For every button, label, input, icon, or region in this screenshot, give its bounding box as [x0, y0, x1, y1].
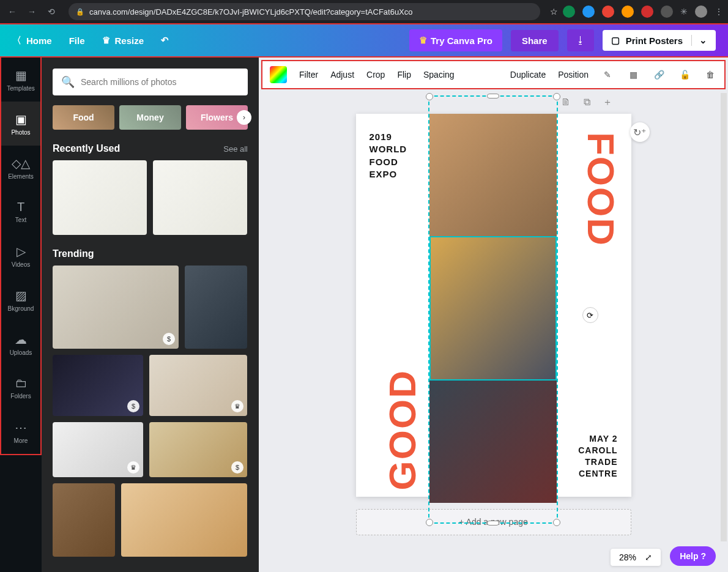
- ext-icon[interactable]: [661, 6, 673, 18]
- copy-style-icon[interactable]: ✎: [601, 68, 614, 81]
- selection-inner[interactable]: [429, 236, 557, 381]
- zoom-control[interactable]: 28% ⤢: [611, 549, 661, 566]
- rail-label: More: [14, 437, 28, 444]
- adjust-button[interactable]: Adjust: [330, 70, 354, 80]
- recent-thumb[interactable]: [53, 160, 147, 235]
- lock-icon[interactable]: 🔓: [678, 68, 691, 81]
- canvas-area: Filter Adjust Crop Flip Spacing Duplicat…: [259, 58, 728, 572]
- spacing-button[interactable]: Spacing: [423, 70, 455, 80]
- try-pro-button[interactable]: ♛ Try Canva Pro: [409, 29, 502, 51]
- star-icon[interactable]: ☆: [550, 7, 558, 17]
- url-bar[interactable]: 🔒 canva.com/design/DADxE4ZGC8E/k7OJvI-jB…: [69, 3, 540, 20]
- ext-icon[interactable]: [582, 6, 595, 18]
- trending-thumb[interactable]: [121, 483, 247, 557]
- trending-title: Trending: [53, 248, 94, 259]
- trending-thumb[interactable]: [185, 266, 247, 349]
- duplicate-button[interactable]: Duplicate: [510, 70, 546, 80]
- category-money[interactable]: Money: [119, 105, 181, 130]
- delete-icon[interactable]: 🗑: [704, 68, 717, 81]
- undo-button[interactable]: ↶: [161, 35, 169, 46]
- link-icon[interactable]: 🔗: [652, 68, 666, 81]
- resize-handle[interactable]: [553, 93, 560, 100]
- crown-icon: ♛: [419, 35, 427, 46]
- poster-icon: ▢: [611, 35, 620, 46]
- recent-thumb[interactable]: [153, 160, 247, 235]
- trending-thumb[interactable]: ♛: [149, 355, 247, 416]
- poster-text-good[interactable]: GOOD: [381, 370, 424, 490]
- reload-icon[interactable]: ⟲: [44, 4, 59, 19]
- cat-label: Money: [136, 113, 163, 122]
- position-button[interactable]: Position: [558, 70, 589, 80]
- forward-icon[interactable]: →: [24, 4, 39, 19]
- rail-label: Videos: [12, 261, 30, 268]
- chevron-down-icon: ⌄: [691, 35, 707, 46]
- rail-text[interactable]: TText: [1, 190, 40, 234]
- ext-icon[interactable]: [641, 6, 653, 18]
- line: CENTRE: [578, 468, 617, 480]
- category-row: Food Money Flowers ›: [53, 105, 248, 130]
- trending-thumb[interactable]: $: [149, 422, 247, 477]
- search-field[interactable]: [81, 77, 239, 87]
- poster-text-bottomright[interactable]: MAY 2 CAROLL TRADE CENTRE: [578, 433, 617, 480]
- resize-handle[interactable]: [487, 521, 499, 526]
- design-page[interactable]: ↻⁺ 2019 WORLD FOOD EXPO FOOD GOOD MAY 2 …: [356, 114, 631, 497]
- poster-text-food[interactable]: FOOD: [579, 132, 623, 247]
- help-button[interactable]: Help ?: [670, 546, 716, 566]
- resize-handle[interactable]: [426, 93, 433, 100]
- rail-label: Folders: [10, 393, 31, 399]
- price-badge: $: [163, 333, 175, 345]
- transparency-icon[interactable]: ▦: [626, 68, 640, 81]
- menu-icon[interactable]: ⋮: [715, 7, 723, 17]
- download-button[interactable]: ⭳: [567, 29, 594, 51]
- color-swatch[interactable]: [270, 66, 287, 83]
- cat-label: Flowers: [201, 113, 233, 122]
- trending-thumb[interactable]: ♛: [53, 422, 143, 477]
- home-button[interactable]: 〈 Home: [12, 35, 52, 46]
- rail-photos[interactable]: ▣Photos: [1, 102, 40, 146]
- see-all-link[interactable]: See all: [223, 144, 248, 154]
- rail-background[interactable]: ▨Bkground: [1, 278, 40, 322]
- rail-more[interactable]: ⋯More: [1, 410, 40, 454]
- poster-text-topleft[interactable]: 2019 WORLD FOOD EXPO: [370, 131, 407, 180]
- trending-thumb[interactable]: $: [53, 355, 143, 416]
- rail-elements[interactable]: ◇△Elements: [1, 146, 40, 190]
- chevron-right-icon: ›: [243, 113, 245, 122]
- resize-handle[interactable]: [487, 94, 499, 98]
- rotate-handle[interactable]: ⟳: [582, 307, 598, 323]
- rail-label: Text: [15, 217, 26, 223]
- fullscreen-icon[interactable]: ⤢: [645, 552, 652, 562]
- add-page-icon[interactable]: ＋: [601, 95, 614, 109]
- filter-button[interactable]: Filter: [299, 70, 318, 80]
- canvas-scroll[interactable]: 🗎 ⧉ ＋ ↻⁺ 2019 WORLD FOOD EXPO FOOD GOOD: [259, 92, 728, 572]
- photos-panel: 🔍 Food Money Flowers › Recently Used See…: [42, 58, 259, 572]
- ext-icon[interactable]: [602, 6, 614, 18]
- flip-button[interactable]: Flip: [397, 70, 411, 80]
- scrollbar[interactable]: [721, 93, 727, 541]
- ext-icon[interactable]: ✳: [680, 7, 688, 17]
- resize-handle[interactable]: [426, 519, 433, 526]
- search-input[interactable]: 🔍: [53, 69, 248, 95]
- rail-folders[interactable]: 🗀Folders: [1, 366, 40, 410]
- ext-icon[interactable]: [563, 6, 575, 18]
- app-topbar: 〈 Home File ♛ Resize ↶ ♛ Try Canva Pro S…: [0, 23, 728, 58]
- avatar[interactable]: [695, 6, 707, 18]
- rail-label: Bkground: [8, 305, 34, 312]
- trending-thumb[interactable]: $: [53, 266, 179, 349]
- remix-icon[interactable]: ↻⁺: [630, 122, 650, 142]
- rail-templates[interactable]: ▦Templates: [1, 58, 40, 102]
- share-button[interactable]: Share: [511, 30, 559, 51]
- resize-menu[interactable]: ♛ Resize: [102, 35, 144, 46]
- print-posters-button[interactable]: ▢ Print Posters ⌄: [603, 30, 716, 51]
- rail-uploads[interactable]: ☁Uploads: [1, 322, 40, 366]
- ext-icon[interactable]: [622, 6, 634, 18]
- notes-icon[interactable]: 🗎: [559, 95, 573, 109]
- category-next[interactable]: ›: [237, 110, 251, 125]
- crop-button[interactable]: Crop: [366, 70, 385, 80]
- resize-handle[interactable]: [553, 519, 560, 526]
- trending-thumb[interactable]: [53, 483, 115, 557]
- category-food[interactable]: Food: [53, 105, 114, 130]
- file-menu[interactable]: File: [69, 35, 85, 46]
- rail-videos[interactable]: ▷Videos: [1, 234, 40, 278]
- back-icon[interactable]: ←: [5, 4, 20, 19]
- copy-page-icon[interactable]: ⧉: [580, 95, 593, 109]
